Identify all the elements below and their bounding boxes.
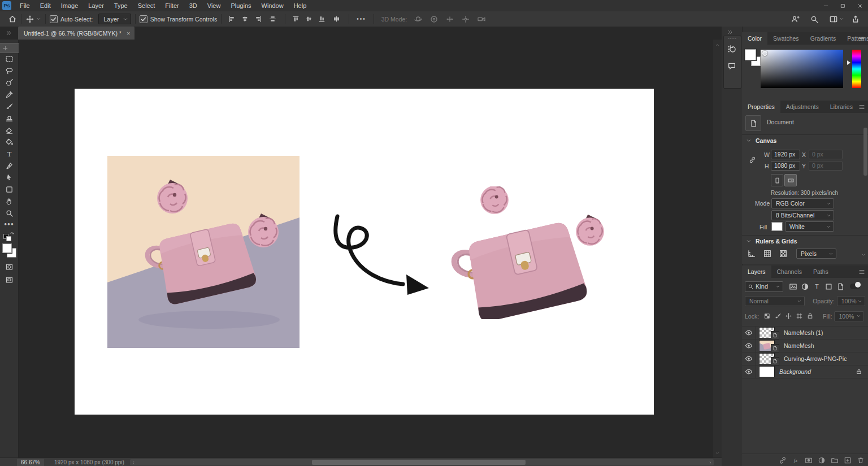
- horizontal-scrollbar[interactable]: [130, 459, 714, 465]
- link-dimensions-icon[interactable]: [749, 153, 756, 167]
- account-icon[interactable]: [791, 15, 800, 24]
- align-left-icon[interactable]: [228, 15, 236, 23]
- rectangular-marquee-tool[interactable]: [2, 53, 16, 65]
- filter-smart-objects-icon[interactable]: [836, 282, 845, 291]
- color-mode-dropdown[interactable]: RGB Color: [771, 198, 834, 208]
- menu-filter[interactable]: Filter: [160, 0, 184, 11]
- quick-mask-button[interactable]: [2, 261, 16, 273]
- canvas-workspace[interactable]: [19, 40, 713, 458]
- tab-swatches[interactable]: Swatches: [767, 32, 805, 45]
- lock-all-icon[interactable]: [806, 312, 814, 320]
- filter-pixel-layers-icon[interactable]: [789, 282, 797, 291]
- lock-position-icon[interactable]: [785, 312, 792, 320]
- visibility-toggle[interactable]: [742, 365, 756, 378]
- tab-channels[interactable]: Channels: [771, 265, 808, 278]
- more-align-options-button[interactable]: •••: [357, 16, 366, 22]
- lock-transparent-pixels-icon[interactable]: [763, 312, 771, 320]
- menu-help[interactable]: Help: [289, 0, 312, 11]
- swap-colors-icon[interactable]: [9, 232, 15, 237]
- layer-thumbnail[interactable]: [759, 366, 775, 377]
- tab-color[interactable]: Color: [742, 32, 767, 45]
- menu-edit[interactable]: Edit: [35, 0, 56, 11]
- tab-gradients[interactable]: Gradients: [805, 32, 842, 45]
- clone-stamp-tool[interactable]: [2, 112, 16, 124]
- move-tool-preset-icon[interactable]: [25, 15, 34, 24]
- menu-plugins[interactable]: Plugins: [225, 0, 256, 11]
- filter-type-layers-icon[interactable]: T: [813, 282, 821, 291]
- distribute-top-edges-icon[interactable]: [292, 15, 300, 23]
- tab-properties[interactable]: Properties: [742, 101, 780, 113]
- foreground-background-colors[interactable]: [2, 243, 16, 258]
- canvas-x-field[interactable]: 0 px: [809, 150, 843, 159]
- tab-adjustments[interactable]: Adjustments: [780, 101, 824, 113]
- brush-tool[interactable]: [2, 101, 16, 112]
- layer-row[interactable]: Background: [742, 365, 868, 378]
- grid-toggle-icon[interactable]: [763, 249, 772, 258]
- edit-toolbar-button[interactable]: ●●●: [4, 219, 14, 229]
- foreground-color-swatch[interactable]: [745, 49, 756, 60]
- rectangle-shape-tool[interactable]: [2, 184, 16, 195]
- fill-opacity-dropdown[interactable]: 100%: [834, 311, 864, 321]
- section-collapse-icon[interactable]: [746, 238, 752, 244]
- layer-style-icon[interactable]: fx: [792, 456, 800, 464]
- eyedropper-tool[interactable]: [2, 89, 16, 101]
- panel-menu-icon[interactable]: [858, 103, 866, 111]
- layer-name[interactable]: NameMesh (1): [784, 329, 823, 336]
- move-tool[interactable]: [0, 43, 20, 53]
- menu-file[interactable]: File: [15, 0, 35, 11]
- scroll-up-icon[interactable]: [713, 41, 722, 48]
- lock-image-pixels-icon[interactable]: [774, 312, 782, 320]
- pixel-grid-toggle-icon[interactable]: [779, 249, 788, 258]
- menu-view[interactable]: View: [202, 0, 226, 11]
- bit-depth-dropdown[interactable]: 8 Bits/Channel: [771, 210, 834, 220]
- layer-name[interactable]: NameMesh: [784, 342, 814, 349]
- show-transform-checkbox[interactable]: [140, 15, 147, 23]
- align-vertical-centers-icon[interactable]: [269, 15, 276, 23]
- scroll-right-icon[interactable]: [707, 459, 714, 465]
- quick-selection-tool[interactable]: [2, 77, 16, 89]
- blend-mode-dropdown[interactable]: Normal: [745, 296, 805, 306]
- add-mask-icon[interactable]: [805, 456, 813, 464]
- filter-adjustment-layers-icon[interactable]: [801, 282, 809, 291]
- fill-color-swatch[interactable]: [771, 222, 783, 231]
- document-tab[interactable]: Untitled-1 @ 66.7% (RGB/8/CMYK) * ×: [18, 27, 134, 40]
- landscape-orientation-button[interactable]: [784, 174, 797, 186]
- minimize-icon[interactable]: [817, 0, 834, 11]
- delete-layer-icon[interactable]: [857, 456, 865, 464]
- distribute-horizontal-centers-icon[interactable]: [333, 15, 340, 23]
- lock-artboard-icon[interactable]: [796, 312, 803, 320]
- canvas-y-field[interactable]: 0 px: [809, 161, 843, 171]
- saturation-brightness-field[interactable]: [761, 50, 843, 88]
- layer-name[interactable]: Background: [779, 368, 811, 375]
- default-colors-control[interactable]: [3, 232, 15, 241]
- scroll-down-icon[interactable]: [713, 450, 722, 456]
- adjustment-layer-icon[interactable]: [818, 456, 826, 464]
- expand-tools-icon[interactable]: [3, 29, 14, 37]
- zoom-level-field[interactable]: 66.67%: [17, 459, 44, 466]
- eraser-tool[interactable]: [2, 124, 16, 136]
- close-icon[interactable]: [851, 0, 868, 11]
- menu-layer[interactable]: Layer: [83, 0, 109, 11]
- horizontal-scroll-thumb[interactable]: [312, 460, 526, 465]
- visibility-toggle[interactable]: [742, 352, 756, 365]
- fill-dropdown[interactable]: White: [785, 221, 834, 232]
- pen-tool[interactable]: [2, 160, 16, 172]
- menu-select[interactable]: Select: [133, 0, 160, 11]
- opacity-dropdown[interactable]: 100%: [837, 296, 865, 306]
- layer-row[interactable]: Curving-Arrow-PNG-Pic: [742, 352, 868, 365]
- distribute-vertical-centers-icon[interactable]: [305, 15, 313, 23]
- hand-tool[interactable]: [2, 195, 16, 207]
- layer-filter-toggle[interactable]: [850, 284, 860, 289]
- type-tool[interactable]: T: [2, 148, 16, 160]
- path-selection-tool[interactable]: [2, 172, 16, 184]
- panel-menu-icon[interactable]: [858, 34, 866, 42]
- collapse-panels-icon[interactable]: [726, 29, 734, 36]
- new-group-icon[interactable]: [831, 456, 839, 464]
- screen-mode-button[interactable]: [2, 274, 16, 286]
- scroll-thumb[interactable]: [863, 128, 867, 176]
- align-horizontal-centers-icon[interactable]: [241, 15, 249, 23]
- paint-bucket-tool[interactable]: [2, 136, 16, 148]
- menu-image[interactable]: Image: [56, 0, 84, 11]
- color-panel-swatches[interactable]: [745, 49, 762, 68]
- visibility-toggle[interactable]: [742, 326, 756, 339]
